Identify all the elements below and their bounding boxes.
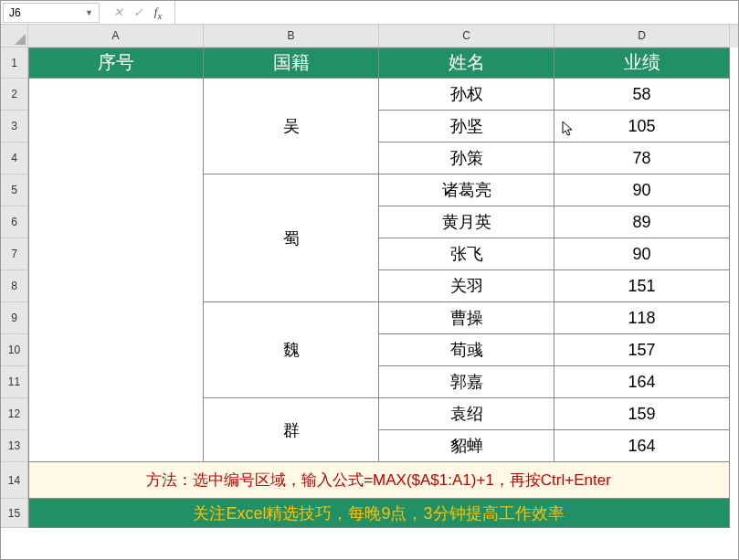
col-B-群[interactable]: 群 (204, 398, 379, 462)
row-header-12[interactable]: 12 (1, 398, 28, 430)
accept-icon: ✓ (129, 5, 147, 19)
row-header-10[interactable]: 10 (1, 334, 28, 366)
col-B-魏[interactable]: 魏 (204, 302, 379, 398)
cell-D12[interactable]: 159 (554, 398, 730, 430)
header-A[interactable]: 序号 (28, 48, 204, 79)
cell-D13[interactable]: 164 (554, 430, 730, 462)
cell-D7[interactable]: 90 (554, 238, 730, 270)
cell-C6[interactable]: 黄月英 (379, 206, 554, 238)
row-header-15[interactable]: 15 (1, 499, 28, 528)
cell-C11[interactable]: 郭嘉 (379, 366, 554, 398)
cell-D8[interactable]: 151 (554, 270, 730, 302)
row-header-14[interactable]: 14 (1, 462, 28, 499)
row-header-1[interactable]: 1 (1, 48, 28, 79)
cell-D6[interactable]: 89 (554, 206, 730, 238)
col-B-吴[interactable]: 吴 (204, 79, 379, 174)
formula-bar-icons: ✕ ✓ fx (101, 1, 175, 24)
col-B-蜀[interactable]: 蜀 (204, 174, 379, 302)
cell-D5[interactable]: 90 (554, 174, 730, 206)
col-header-C[interactable]: C (379, 25, 554, 48)
row-header-column: 123456789101112131415 (1, 25, 28, 559)
select-all-corner[interactable] (1, 25, 28, 48)
cell-D2[interactable]: 58 (554, 79, 730, 111)
chevron-down-icon[interactable]: ▼ (85, 8, 93, 17)
cell-C2[interactable]: 孙权 (379, 79, 554, 111)
name-box[interactable]: J6 ▼ (3, 3, 100, 23)
cell-D4[interactable]: 78 (554, 143, 730, 174)
formula-input[interactable] (175, 1, 738, 24)
row-header-3[interactable]: 3 (1, 111, 28, 143)
row-header-8[interactable]: 8 (1, 270, 28, 302)
row-header-11[interactable]: 11 (1, 366, 28, 398)
note-footer[interactable]: 关注Excel精选技巧，每晚9点，3分钟提高工作效率 (28, 499, 730, 528)
cell-C10[interactable]: 荀彧 (379, 334, 554, 366)
formula-bar: J6 ▼ ✕ ✓ fx (1, 1, 738, 25)
row-header-5[interactable]: 5 (1, 174, 28, 206)
cell-C4[interactable]: 孙策 (379, 143, 554, 174)
header-D[interactable]: 业绩 (554, 48, 730, 79)
cell-D3[interactable]: 105 (554, 111, 730, 143)
cell-C12[interactable]: 袁绍 (379, 398, 554, 430)
note-method[interactable]: 方法：选中编号区域，输入公式=MAX($A$1:A1)+1，再按Ctrl+Ent… (28, 462, 730, 499)
spreadsheet: 123456789101112131415 ABCD 序号国籍姓名业绩吴蜀魏群孙… (1, 25, 738, 559)
row-header-4[interactable]: 4 (1, 143, 28, 174)
cell-C9[interactable]: 曹操 (379, 302, 554, 334)
row-header-2[interactable]: 2 (1, 79, 28, 111)
cell-D11[interactable]: 164 (554, 366, 730, 398)
row-header-6[interactable]: 6 (1, 206, 28, 238)
cell-C8[interactable]: 关羽 (379, 270, 554, 302)
cell-D9[interactable]: 118 (554, 302, 730, 334)
grid-area: ABCD 序号国籍姓名业绩吴蜀魏群孙权58孙坚105孙策78诸葛亮90黄月英89… (28, 25, 738, 559)
cell-C3[interactable]: 孙坚 (379, 111, 554, 143)
row-header-13[interactable]: 13 (1, 430, 28, 462)
name-box-value: J6 (9, 6, 21, 19)
cell-D10[interactable]: 157 (554, 334, 730, 366)
fx-icon[interactable]: fx (149, 5, 167, 21)
cancel-icon: ✕ (109, 5, 127, 19)
col-header-D[interactable]: D (554, 25, 730, 48)
row-header-7[interactable]: 7 (1, 238, 28, 270)
header-B[interactable]: 国籍 (204, 48, 379, 79)
col-A-merged[interactable] (28, 79, 204, 462)
cell-C5[interactable]: 诸葛亮 (379, 174, 554, 206)
row-header-9[interactable]: 9 (1, 302, 28, 334)
cell-C7[interactable]: 张飞 (379, 238, 554, 270)
column-headers: ABCD (28, 25, 738, 48)
cell-C13[interactable]: 貂蝉 (379, 430, 554, 462)
header-C[interactable]: 姓名 (379, 48, 554, 79)
col-header-A[interactable]: A (28, 25, 204, 48)
col-header-B[interactable]: B (204, 25, 379, 48)
